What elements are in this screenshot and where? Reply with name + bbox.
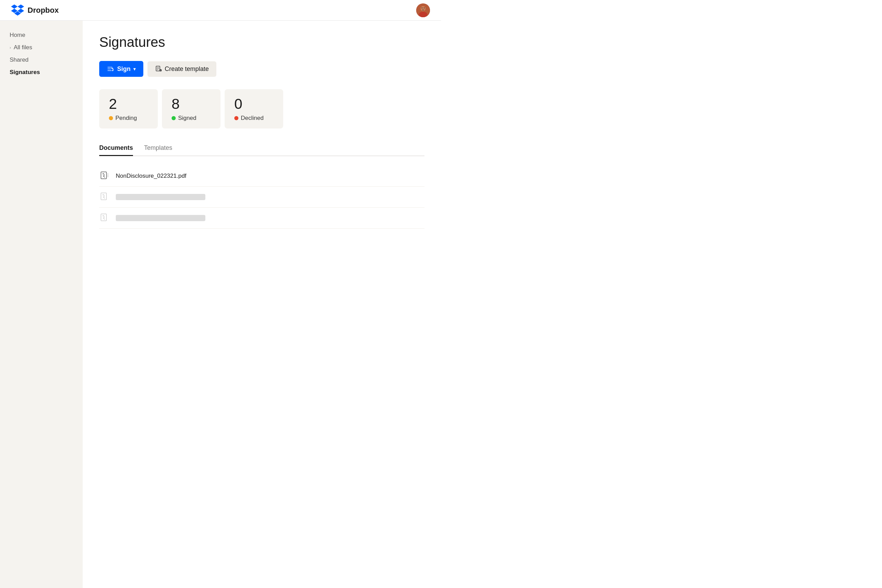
pending-count: 2 [109,96,148,112]
sidebar-item-all-files[interactable]: › All files [0,41,82,54]
stat-card-declined: 0 Declined [225,89,283,129]
pending-dot-icon [109,116,113,120]
list-item [99,187,424,208]
create-template-label: Create template [165,66,209,73]
sidebar-item-label: Home [10,32,25,39]
document-icon [99,171,110,182]
svg-rect-11 [101,193,106,200]
svg-point-3 [422,7,423,8]
stats-row: 2 Pending 8 Signed 0 Declined [99,89,424,129]
document-list: NonDisclosure_022321.pdf [99,166,424,229]
page-title: Signatures [99,34,424,50]
list-item[interactable]: NonDisclosure_022321.pdf [99,166,424,187]
sign-icon [107,65,114,73]
signed-label: Signed [172,115,211,122]
list-item [99,208,424,229]
signed-count: 8 [172,96,211,112]
stat-card-signed: 8 Signed [162,89,220,129]
create-template-button[interactable]: Create template [147,62,216,77]
template-icon [155,66,162,72]
signed-dot-icon [172,116,176,120]
declined-dot-icon [234,116,238,120]
action-row: Sign ▾ Create template [99,61,424,77]
document-name: NonDisclosure_022321.pdf [116,172,186,180]
dropbox-logo-icon [11,4,24,17]
pdf-signature-icon-3 [100,213,110,223]
logo-area: Dropbox [11,4,58,17]
sidebar-item-signatures[interactable]: Signatures [0,66,82,78]
pdf-signature-icon-2 [100,192,110,202]
sidebar-item-home[interactable]: Home [0,29,82,41]
svg-rect-6 [108,69,111,69]
tab-documents[interactable]: Documents [99,141,133,156]
chevron-right-icon: › [10,45,11,50]
user-avatar[interactable] [416,3,430,17]
sidebar-item-label: Signatures [10,69,40,76]
sidebar-item-label: All files [14,44,32,51]
svg-rect-5 [108,67,112,68]
topbar: Dropbox [0,0,441,21]
sidebar: Home › All files Shared Signatures [0,21,82,588]
declined-label: Declined [234,115,273,122]
pdf-signature-icon [100,171,110,181]
document-icon-skeleton [99,213,110,224]
document-icon-skeleton [99,192,110,202]
document-name-skeleton [116,215,206,221]
brand-name: Dropbox [28,6,58,15]
sidebar-item-label: Shared [10,57,28,63]
svg-point-4 [424,7,425,8]
pending-label: Pending [109,115,148,122]
svg-rect-10 [101,172,106,179]
sign-button-label: Sign [117,66,130,73]
svg-rect-7 [108,70,112,71]
tabs-row: Documents Templates [99,141,424,156]
stat-card-pending: 2 Pending [99,89,158,129]
avatar-image [416,3,430,17]
main-content: Signatures Sign ▾ [82,21,441,588]
svg-rect-12 [101,214,106,221]
declined-label-text: Declined [241,115,264,122]
svg-point-2 [419,12,427,17]
pending-label-text: Pending [116,115,137,122]
sign-chevron-icon: ▾ [134,66,136,72]
signed-label-text: Signed [178,115,196,122]
sign-button[interactable]: Sign ▾ [99,61,143,77]
document-name-skeleton [116,194,206,200]
declined-count: 0 [234,96,273,112]
main-layout: Home › All files Shared Signatures Signa… [0,21,441,588]
tab-templates[interactable]: Templates [144,141,172,156]
sidebar-item-shared[interactable]: Shared [0,54,82,66]
